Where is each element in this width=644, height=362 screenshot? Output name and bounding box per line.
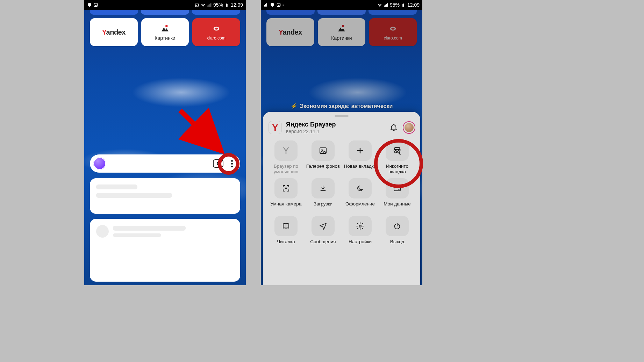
- clock-text: 12:09: [407, 2, 420, 8]
- battery-icon: [224, 2, 229, 7]
- app-indicator-icon: [276, 2, 281, 7]
- power-icon: [386, 216, 409, 236]
- menu-item-label: Сообщения: [310, 239, 336, 250]
- yandex-browser-logo-icon: Y: [269, 121, 282, 134]
- cast-icon: [194, 2, 199, 7]
- tab-count-button[interactable]: 0: [213, 159, 223, 168]
- menu-item-power[interactable]: Выход: [380, 216, 415, 250]
- svg-rect-17: [394, 187, 400, 191]
- battery-icon: [401, 2, 406, 7]
- energy-saving-banner: ⚡ Экономия заряда: автоматически: [261, 103, 422, 109]
- menu-item-label: Загрузки: [314, 201, 332, 212]
- image-icon: [312, 140, 335, 161]
- search-bar[interactable]: 0: [90, 154, 240, 173]
- speed-dial-tile-claro[interactable]: claro.com: [192, 18, 240, 46]
- menu-item-image[interactable]: Галерея фонов: [306, 140, 341, 175]
- menu-item-scan[interactable]: Умная камера: [269, 178, 303, 212]
- signal-icon: [207, 2, 212, 7]
- menu-title: Яндекс Браузер: [286, 121, 336, 129]
- shield-icon: [87, 2, 92, 7]
- wallet-icon: [386, 178, 409, 198]
- menu-version: версия 22.11.1: [286, 129, 336, 135]
- svg-point-21: [395, 224, 400, 229]
- menu-item-book[interactable]: Читалка: [269, 216, 303, 250]
- claro-icon: [388, 24, 398, 34]
- phone-screenshot-right: • 95% 12:09 Yandex: [261, 0, 422, 285]
- svg-point-13: [321, 150, 323, 151]
- plus-icon: [349, 140, 372, 161]
- bolt-icon: ⚡: [291, 103, 298, 109]
- wifi-icon: [377, 2, 382, 7]
- menu-item-label: Новая вкладка: [344, 164, 376, 175]
- peek-row: [84, 10, 246, 15]
- menu-item-label: Галерея фонов: [306, 164, 340, 175]
- menu-item-y[interactable]: Браузер по умолчанию: [269, 140, 303, 175]
- menu-item-wallet[interactable]: Мои данные: [380, 178, 415, 212]
- drag-handle[interactable]: [335, 115, 349, 117]
- speed-dial-tile-pictures[interactable]: Картинки: [318, 18, 366, 46]
- browser-menu-panel: Y Яндекс Браузер версия 22.11.1 Браузер …: [263, 112, 420, 285]
- scan-icon: [274, 178, 298, 198]
- menu-item-label: Мои данные: [384, 201, 411, 212]
- book-icon: [274, 216, 298, 236]
- speed-dial-row: Yandex Картинки claro.com: [266, 18, 417, 46]
- svg-rect-1: [95, 5, 97, 6]
- app-indicator-icon: [93, 2, 98, 7]
- svg-point-8: [342, 25, 344, 27]
- yandex-logo-text: Yandex: [102, 28, 126, 36]
- speed-dial-tile-yandex[interactable]: Yandex: [266, 18, 314, 46]
- menu-item-label: Инкогнито вкладка: [380, 164, 415, 175]
- tile-label: Картинки: [155, 35, 175, 41]
- mountain-icon: [337, 23, 346, 33]
- alice-assistant-icon[interactable]: [93, 157, 106, 170]
- y-letter-icon: [274, 140, 298, 161]
- shield-icon: [270, 2, 275, 7]
- menu-item-gear[interactable]: Настройки: [343, 216, 378, 250]
- signal-icon: [384, 2, 388, 7]
- kebab-menu-button[interactable]: [226, 158, 237, 169]
- menu-item-label: Читалка: [277, 239, 295, 250]
- speed-dial-tile-claro[interactable]: claro.com: [369, 18, 417, 46]
- speed-dial-row: Yandex Картинки claro.com: [90, 18, 240, 46]
- menu-item-download[interactable]: Загрузки: [306, 178, 341, 212]
- home-screen-dimmed: Yandex Картинки claro.com ⚡ Экономия зар…: [261, 10, 422, 285]
- notifications-button[interactable]: [388, 122, 399, 133]
- chart-icon: [264, 2, 269, 7]
- svg-point-15: [398, 151, 400, 153]
- peek-row: [261, 10, 422, 15]
- clock-text: 12:09: [231, 2, 243, 8]
- menu-item-label: Выход: [390, 239, 404, 250]
- speed-dial-tile-pictures[interactable]: Картинки: [141, 18, 189, 46]
- profile-button[interactable]: [403, 122, 415, 133]
- feed-card[interactable]: [90, 219, 240, 282]
- incognito-icon: [386, 140, 409, 161]
- menu-item-label: Настройки: [349, 239, 372, 250]
- phone-screenshot-left: 95% 12:09 Yandex Картинки: [84, 0, 246, 285]
- paper-plane-icon: [312, 216, 335, 236]
- menu-item-moon[interactable]: Оформление: [343, 178, 378, 212]
- menu-item-incognito[interactable]: Инкогнито вкладка: [380, 140, 415, 175]
- svg-point-9: [390, 27, 396, 31]
- tile-label: claro.com: [207, 36, 226, 41]
- svg-point-14: [394, 151, 397, 153]
- gear-icon: [349, 216, 372, 236]
- avatar-icon: [403, 122, 415, 133]
- svg-point-18: [399, 189, 400, 190]
- menu-item-label: Умная камера: [271, 201, 302, 212]
- claro-icon: [212, 24, 221, 34]
- menu-header: Y Яндекс Браузер версия 22.11.1: [269, 121, 415, 134]
- mountain-icon: [160, 23, 170, 33]
- battery-text: 95%: [390, 2, 400, 8]
- bell-icon: [390, 124, 398, 131]
- menu-item-label: Браузер по умолчанию: [269, 164, 303, 175]
- svg-point-20: [359, 225, 361, 227]
- svg-point-2: [165, 25, 168, 27]
- menu-item-plus[interactable]: Новая вкладка: [343, 140, 378, 175]
- status-bar: • 95% 12:09: [261, 0, 422, 10]
- speed-dial-tile-yandex[interactable]: Yandex: [90, 18, 138, 46]
- yandex-logo-text: Yandex: [279, 28, 302, 36]
- download-icon: [312, 178, 335, 198]
- svg-point-4: [215, 28, 218, 30]
- menu-item-send[interactable]: Сообщения: [306, 216, 341, 250]
- feed-card[interactable]: [90, 178, 240, 214]
